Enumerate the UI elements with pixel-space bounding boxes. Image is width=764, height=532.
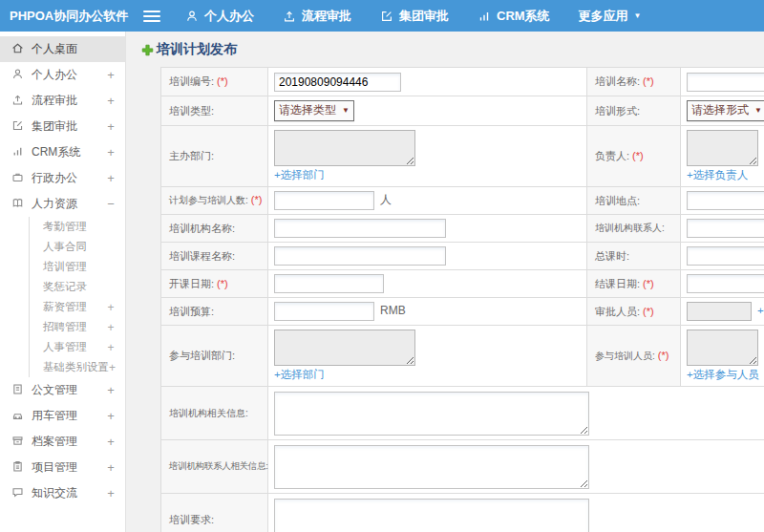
expand-icon[interactable]: + <box>106 171 116 185</box>
required-mark: (*) <box>217 278 228 289</box>
sidebar-subitem-recruit[interactable]: 招聘管理+ <box>30 317 125 337</box>
expand-icon[interactable]: + <box>106 486 116 500</box>
nav-group-approval[interactable]: 集团审批 <box>380 8 449 25</box>
form-row: 开课日期:(*) 结课日期:(*) <box>161 270 764 298</box>
expand-icon[interactable]: + <box>109 361 116 374</box>
end-date-input[interactable] <box>687 274 764 293</box>
form-row: 培训课程名称: 总课时: <box>161 243 764 270</box>
select-leader-link[interactable]: +选择负责人 <box>687 169 748 181</box>
sidebar-subitem-hr-contract[interactable]: 人事合同 <box>30 237 125 257</box>
org-info-textarea[interactable] <box>274 392 589 436</box>
sidebar-item-label: 个人桌面 <box>32 41 116 57</box>
expand-icon[interactable]: + <box>106 435 116 449</box>
car-icon <box>11 409 24 424</box>
field-label: 培训课程名称: <box>161 243 268 270</box>
select-participants-link[interactable]: +选择参与人员 <box>687 369 759 380</box>
field-label: 参与培训人员:(*) <box>587 326 681 387</box>
join-people-textarea[interactable] <box>687 330 758 366</box>
sidebar-item-crm[interactable]: CRM系统 + <box>0 139 125 165</box>
app-title: PHPOA协同办公软件 <box>0 8 143 25</box>
sidebar-item-flow-approval[interactable]: 流程审批 + <box>0 88 125 114</box>
total-hours-input[interactable] <box>687 246 764 266</box>
expand-icon[interactable]: + <box>106 145 116 160</box>
budget-input[interactable] <box>274 302 374 321</box>
select-approver-link[interactable]: +选择审批人员 <box>757 305 764 316</box>
field-label: 培训机构联系人相关信息: <box>161 440 268 494</box>
menu-icon[interactable] <box>143 11 160 22</box>
org-contact-input[interactable] <box>687 219 764 238</box>
requirement-textarea[interactable] <box>274 499 589 532</box>
contact-info-textarea[interactable] <box>274 445 589 489</box>
form-row: 主办部门: +选择部门 负责人:(*) +选择负责人 <box>161 126 764 187</box>
expand-icon[interactable]: + <box>106 341 116 354</box>
hr-submenu: 考勤管理 人事合同 培训管理 奖惩记录 薪资管理+ 招聘管理+ 人事管理+ 基础… <box>29 217 125 377</box>
nav-flow-approval[interactable]: 流程审批 <box>283 8 351 25</box>
sidebar-item-personal-office[interactable]: 个人办公 + <box>0 62 125 88</box>
sidebar-item-admin-office[interactable]: 行政办公 + <box>0 165 125 191</box>
user-icon <box>185 10 199 23</box>
sidebar-item-group-approval[interactable]: 集团审批 + <box>0 114 125 139</box>
field-label: 结课日期:(*) <box>587 270 681 298</box>
training-type-select[interactable]: 请选择类型▼ <box>274 100 354 121</box>
expand-icon[interactable]: + <box>106 119 116 134</box>
host-dept-textarea[interactable] <box>274 130 415 166</box>
form-row: 计划参与培训人数:(*) 人 培训地点: <box>161 187 764 215</box>
select-dept-link[interactable]: +选择部门 <box>274 369 325 380</box>
user-icon <box>11 68 24 83</box>
expand-icon[interactable]: + <box>106 94 116 108</box>
sidebar-item-archive[interactable]: 档案管理 + <box>0 429 125 455</box>
training-name-input[interactable] <box>687 73 764 92</box>
training-number-input[interactable] <box>274 73 401 92</box>
sidebar-subitem-base-category[interactable]: 基础类别设置+ <box>30 357 125 377</box>
field-label: 培训类型: <box>161 96 268 126</box>
nav-crm[interactable]: CRM系统 <box>478 8 550 25</box>
expand-icon[interactable]: + <box>106 321 116 334</box>
participant-count-input[interactable] <box>274 191 374 210</box>
nav-more-apps[interactable]: 更多应用 ▼ <box>579 8 642 25</box>
start-date-input[interactable] <box>274 274 384 293</box>
expand-icon[interactable]: + <box>106 301 116 314</box>
caret-down-icon: ▼ <box>342 107 350 115</box>
approver-input[interactable] <box>687 302 752 321</box>
form-row: 参与培训部门: +选择部门 参与培训人员:(*) +选择参与人员 <box>161 326 764 387</box>
sidebar-item-vehicle[interactable]: 用车管理 + <box>0 403 125 429</box>
sidebar-subitem-attendance[interactable]: 考勤管理 <box>30 217 125 237</box>
flow-approval-icon <box>11 94 24 109</box>
field-label: 参与培训部门: <box>161 326 268 387</box>
join-dept-textarea[interactable] <box>274 330 415 366</box>
sidebar-subitem-salary[interactable]: 薪资管理+ <box>30 297 125 317</box>
nav-personal-office[interactable]: 个人办公 <box>185 8 254 25</box>
unit-label: 人 <box>380 193 392 206</box>
expand-icon[interactable]: + <box>106 68 116 82</box>
form-row: 培训要求: <box>161 494 764 532</box>
sidebar-item-project[interactable]: 项目管理 + <box>0 455 125 480</box>
collapse-icon[interactable]: − <box>106 197 116 211</box>
expand-icon[interactable]: + <box>106 460 116 475</box>
expand-icon[interactable]: + <box>106 383 116 397</box>
select-dept-link[interactable]: +选择部门 <box>274 169 325 181</box>
nav-label: 流程审批 <box>302 8 351 25</box>
org-name-input[interactable] <box>274 219 446 238</box>
course-name-input[interactable] <box>274 246 446 266</box>
field-label: 培训要求: <box>161 494 268 532</box>
required-mark: (*) <box>658 350 669 361</box>
training-place-input[interactable] <box>687 191 764 210</box>
caret-down-icon: ▼ <box>634 12 642 20</box>
sidebar-subitem-personnel[interactable]: 人事管理+ <box>30 337 125 357</box>
sidebar-item-knowledge[interactable]: 知识交流 + <box>0 480 125 506</box>
required-mark: (*) <box>217 75 228 87</box>
sidebar-subitem-rewards[interactable]: 奖惩记录 <box>30 277 125 297</box>
book-icon <box>11 197 24 212</box>
sidebar-item-official-doc[interactable]: 公文管理 + <box>0 377 125 403</box>
chat-icon <box>11 486 24 501</box>
required-mark: (*) <box>643 75 654 87</box>
home-icon <box>11 42 24 57</box>
sidebar-subitem-training[interactable]: 培训管理 <box>30 257 125 277</box>
leader-textarea[interactable] <box>687 130 758 166</box>
training-mode-select[interactable]: 请选择形式▼ <box>687 100 764 121</box>
expand-icon[interactable]: + <box>106 409 116 423</box>
nav-label: 更多应用 <box>579 8 628 25</box>
sidebar-item-hr[interactable]: 人力资源 − <box>0 191 125 217</box>
sidebar-item-desktop[interactable]: 个人桌面 <box>0 36 125 62</box>
edit-approval-icon <box>380 10 393 23</box>
